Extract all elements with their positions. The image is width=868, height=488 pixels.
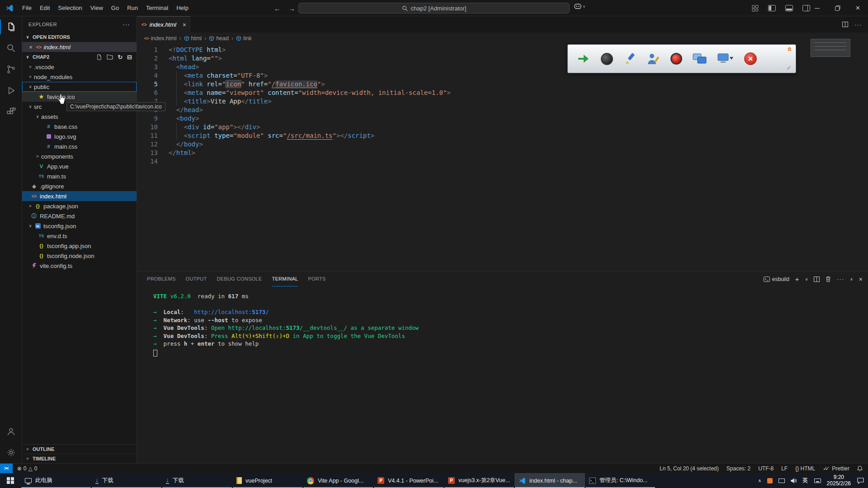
new-folder-icon[interactable]	[107, 54, 113, 60]
activity-extensions[interactable]	[0, 101, 22, 122]
tree-item-assets[interactable]: ∨assets	[22, 112, 137, 122]
activity-search[interactable]	[0, 38, 22, 59]
activity-account[interactable]	[0, 421, 22, 442]
tree-item-base.css[interactable]: #base.css	[22, 122, 137, 131]
tree-item-public[interactable]: ∨public	[22, 82, 137, 92]
tab-index-html[interactable]: <> index.html ×	[137, 16, 190, 33]
status-utf-8[interactable]: UTF-8	[758, 465, 774, 472]
capture-export-arrow-icon[interactable]	[577, 53, 590, 65]
code-editor[interactable]: 1<!DOCTYPE html>2<html lang="">3 <head>4…	[137, 44, 868, 271]
tree-item-components[interactable]: >components	[22, 151, 137, 161]
minimize-button[interactable]	[807, 0, 827, 16]
tree-item-.vscode[interactable]: >.vscode	[22, 62, 137, 72]
maximize-panel-icon[interactable]: ∧	[850, 277, 853, 282]
close-icon[interactable]: ×	[28, 44, 34, 51]
open-editors-header[interactable]: ∨ OPEN EDITORS	[22, 32, 137, 42]
activity-explorer[interactable]	[0, 16, 22, 38]
status-prettier[interactable]: ✓✓Prettier	[823, 465, 849, 472]
copilot-menu[interactable]: ∨	[574, 4, 585, 9]
tree-item-.gitignore[interactable]: ◈.gitignore	[22, 181, 137, 191]
start-button[interactable]	[0, 473, 21, 488]
new-file-icon[interactable]	[96, 54, 102, 60]
notifications-bell-icon[interactable]	[857, 465, 863, 471]
confirm-icon[interactable]: ✓	[786, 64, 792, 71]
tree-item-logo.svg[interactable]: logo.svg	[22, 131, 137, 141]
taskbar-button-download[interactable]: ↓下载	[162, 473, 232, 488]
tree-item-tsconfig.app.json[interactable]: {}tsconfig.app.json	[22, 241, 137, 251]
tree-item-nodemodules[interactable]: >node_modules	[22, 72, 137, 82]
explorer-more-actions-icon[interactable]: ···	[123, 21, 130, 28]
activity-source-control[interactable]	[0, 59, 22, 80]
menu-file[interactable]: File	[18, 0, 36, 16]
collapse-all-icon[interactable]: ⊟	[127, 54, 132, 61]
open-editor-item[interactable]: × <> index.html	[22, 42, 137, 52]
status--html[interactable]: {} HTML	[795, 465, 815, 472]
menu-terminal[interactable]: Terminal	[142, 0, 172, 16]
menu-edit[interactable]: Edit	[36, 0, 54, 16]
taskbar-button-chrome[interactable]: Vite App - Googl...	[303, 473, 373, 488]
tree-item-README.md[interactable]: ⓘREADME.md	[22, 211, 137, 221]
breadcrumb-head[interactable]: head	[209, 35, 229, 42]
tree-item-favicon.ico[interactable]: ★favicon.ico	[22, 92, 137, 102]
panel-tab-problems[interactable]: PROBLEMS	[147, 272, 176, 286]
breadcrumb-index.html[interactable]: <>index.html	[144, 35, 177, 42]
tray-chevron-up-icon[interactable]: ∧	[758, 478, 761, 483]
taskbar-clock[interactable]: 9:20 2025/2/26	[827, 474, 851, 487]
status-spaces-2[interactable]: Spaces: 2	[726, 465, 750, 472]
tree-item-tsconfig.node.json[interactable]: {}tsconfig.node.json	[22, 251, 137, 261]
customize-layout-icon[interactable]	[752, 5, 759, 12]
remote-indicator[interactable]: ><	[0, 464, 13, 473]
kill-terminal-icon[interactable]	[826, 276, 831, 282]
menu-view[interactable]: View	[86, 0, 107, 16]
toggle-panel-icon[interactable]	[785, 5, 793, 11]
tree-item-index.html[interactable]: <>index.html	[22, 191, 137, 201]
tree-item-main.css[interactable]: #main.css	[22, 141, 137, 151]
close-panel-icon[interactable]: ×	[859, 276, 863, 283]
tray-keyboard-icon[interactable]	[814, 479, 821, 483]
panel-more-icon[interactable]: ···	[837, 276, 844, 282]
taskbar-button-this-pc[interactable]: 此电脑	[21, 473, 91, 488]
activity-settings[interactable]	[0, 442, 22, 463]
tree-item-main.ts[interactable]: TSmain.ts	[22, 171, 137, 181]
back-arrow-icon[interactable]: ←	[274, 5, 281, 12]
taskbar-button-cmd[interactable]: >_管理员: C:\Windo...	[585, 473, 656, 488]
capture-lens-icon[interactable]	[601, 53, 613, 65]
terminal-profile[interactable]: esbuild	[764, 276, 789, 282]
tree-item-vite.config.ts[interactable]: vite.config.ts	[22, 261, 137, 271]
capture-annotator-icon[interactable]	[646, 52, 660, 65]
breadcrumb-link[interactable]: link	[236, 35, 252, 42]
tree-item-App.vue[interactable]: VApp.vue	[22, 161, 137, 171]
command-center-search[interactable]: chap2 [Administrator]	[298, 3, 570, 14]
breadcrumb-html[interactable]: html	[184, 35, 202, 42]
panel-tab-debug-console[interactable]: DEBUG CONSOLE	[217, 272, 262, 286]
capture-screens-icon[interactable]	[693, 53, 707, 65]
terminal-dropdown-icon[interactable]: ∨	[805, 277, 808, 282]
tree-item-env.d.ts[interactable]: TSenv.d.ts	[22, 231, 137, 241]
capture-stop-icon[interactable]: ✕	[744, 52, 757, 65]
panel-tab-ports[interactable]: PORTS	[308, 272, 326, 286]
tree-item-tsconfig.json[interactable]: ∨tstsconfig.json	[22, 221, 137, 231]
menu-help[interactable]: Help	[172, 0, 193, 16]
capture-pen-icon[interactable]	[623, 52, 636, 65]
tray-ime-icon[interactable]: 英	[802, 477, 808, 484]
activity-run-debug[interactable]	[0, 80, 22, 101]
taskbar-button-notepad[interactable]: vueProject	[232, 473, 303, 488]
status-lf[interactable]: LF	[781, 465, 788, 472]
new-terminal-icon[interactable]: +	[795, 275, 799, 283]
toggle-sidebar-icon[interactable]	[768, 5, 776, 11]
problems-status[interactable]: ⊗ 0 △ 0	[13, 465, 38, 472]
taskbar-button-powerpoint[interactable]: PV4.4.1 - PowerPoi...	[373, 473, 444, 488]
project-section-header[interactable]: ∨ CHAP2 ↻ ⊟	[22, 52, 137, 62]
taskbar-button-download[interactable]: ↓下载	[91, 473, 162, 488]
more-actions-icon[interactable]: ···	[854, 21, 862, 28]
tray-volume-icon[interactable]	[791, 478, 797, 483]
close-tab-icon[interactable]: ×	[183, 21, 186, 28]
forward-arrow-icon[interactable]: →	[288, 5, 295, 12]
tray-orange-app-icon[interactable]	[767, 478, 773, 483]
terminal-output[interactable]: VITE v6.2.0 ready in 617 ms → Local: htt…	[137, 286, 868, 463]
menu-run[interactable]: Run	[123, 0, 142, 16]
menu-go[interactable]: Go	[107, 0, 123, 16]
restore-button[interactable]	[827, 0, 848, 16]
tree-item-package.json[interactable]: >{}package.json	[22, 201, 137, 211]
panel-tab-output[interactable]: OUTPUT	[186, 272, 207, 286]
